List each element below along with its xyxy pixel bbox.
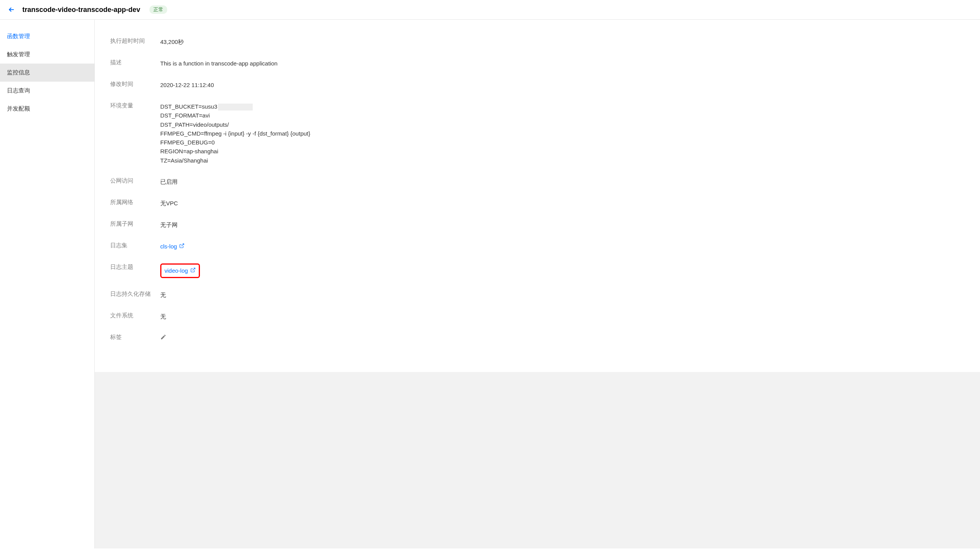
- env-line: REGION=ap-shanghai: [160, 147, 965, 156]
- row-public-access: 公网访问 已启用: [110, 171, 965, 193]
- row-description: 描述 This is a function in transcode-app a…: [110, 53, 965, 74]
- redacted-block: [218, 104, 253, 111]
- pencil-icon[interactable]: [160, 335, 166, 341]
- label-timeout: 执行超时时间: [110, 37, 160, 45]
- row-network: 所属网络 无VPC: [110, 193, 965, 214]
- label-logtopic: 日志主题: [110, 263, 160, 271]
- env-line: FFMPEG_DEBUG=0: [160, 138, 965, 147]
- sidebar-item-monitor-info[interactable]: 监控信息: [0, 64, 94, 82]
- env-line: DST_FORMAT=avi: [160, 111, 965, 120]
- value-filesystem: 无: [160, 312, 965, 321]
- layout: 函数管理 触发管理 监控信息 日志查询 并发配额 执行超时时间 43,200秒 …: [0, 20, 980, 548]
- value-subnet: 无子网: [160, 220, 965, 230]
- label-env: 环境变量: [110, 102, 160, 109]
- label-filesystem: 文件系统: [110, 312, 160, 319]
- sidebar-item-log-query[interactable]: 日志查询: [0, 82, 94, 100]
- row-logtopic: 日志主题 video-log: [110, 257, 965, 284]
- env-line: FFMPEG_CMD=ffmpeg -i {input} -y -f {dst_…: [160, 129, 965, 138]
- row-subnet: 所属子网 无子网: [110, 214, 965, 236]
- status-badge: 正常: [149, 5, 167, 14]
- value-public-access: 已启用: [160, 177, 965, 186]
- external-link-icon: [179, 242, 185, 251]
- value-timeout: 43,200秒: [160, 37, 965, 47]
- value-logtopic: video-log: [160, 263, 965, 278]
- row-tags: 标签: [110, 327, 965, 349]
- row-logset: 日志集 cls-log: [110, 236, 965, 257]
- label-subnet: 所属子网: [110, 220, 160, 228]
- label-logset: 日志集: [110, 242, 160, 249]
- label-log-persist: 日志持久化存储: [110, 290, 160, 298]
- row-env: 环境变量 DST_BUCKET=susu3 DST_FORMAT=avi DST…: [110, 96, 965, 171]
- link-logset[interactable]: cls-log: [160, 242, 185, 251]
- value-log-persist: 无: [160, 290, 965, 300]
- sidebar-item-trigger-management[interactable]: 触发管理: [0, 45, 94, 64]
- row-timeout: 执行超时时间 43,200秒: [110, 31, 965, 53]
- value-logset: cls-log: [160, 242, 965, 251]
- row-filesystem: 文件系统 无: [110, 306, 965, 327]
- sidebar-item-function-management[interactable]: 函数管理: [0, 27, 94, 45]
- page-title: transcode-video-transcode-app-dev: [22, 6, 140, 14]
- highlight-box: video-log: [160, 263, 200, 278]
- value-tags: [160, 334, 965, 343]
- content: 执行超时时间 43,200秒 描述 This is a function in …: [95, 20, 980, 372]
- page-header: transcode-video-transcode-app-dev 正常: [0, 0, 980, 20]
- value-env: DST_BUCKET=susu3 DST_FORMAT=avi DST_PATH…: [160, 102, 965, 165]
- sidebar-item-concurrency-quota[interactable]: 并发配额: [0, 100, 94, 118]
- env-line: TZ=Asia/Shanghai: [160, 156, 965, 165]
- env-line: DST_PATH=video/outputs/: [160, 120, 965, 129]
- sidebar: 函数管理 触发管理 监控信息 日志查询 并发配额: [0, 20, 95, 548]
- external-link-icon: [190, 266, 196, 275]
- value-description: This is a function in transcode-app appl…: [160, 59, 965, 68]
- link-logtopic[interactable]: video-log: [164, 266, 196, 275]
- label-network: 所属网络: [110, 199, 160, 206]
- row-modified: 修改时间 2020-12-22 11:12:40: [110, 74, 965, 96]
- value-modified: 2020-12-22 11:12:40: [160, 80, 965, 90]
- row-log-persist: 日志持久化存储 无: [110, 284, 965, 306]
- env-line: DST_BUCKET=susu3: [160, 102, 965, 111]
- back-arrow-icon[interactable]: [8, 6, 15, 13]
- value-network: 无VPC: [160, 199, 965, 208]
- content-wrap: 执行超时时间 43,200秒 描述 This is a function in …: [95, 20, 980, 548]
- label-tags: 标签: [110, 334, 160, 341]
- label-public-access: 公网访问: [110, 177, 160, 184]
- label-description: 描述: [110, 59, 160, 66]
- label-modified: 修改时间: [110, 80, 160, 88]
